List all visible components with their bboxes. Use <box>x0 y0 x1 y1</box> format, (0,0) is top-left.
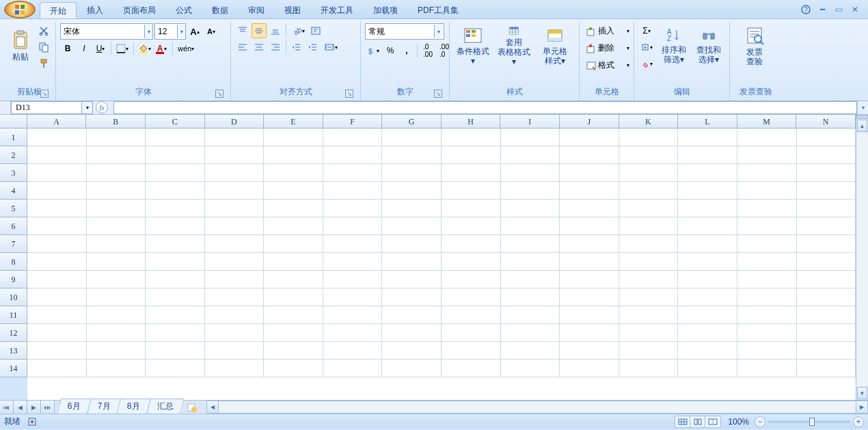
col-header-L[interactable]: L <box>678 115 737 128</box>
clear-button[interactable]: ▾ <box>638 56 655 71</box>
sheet-tab-8月[interactable]: 8月 <box>116 399 151 414</box>
sort-filter-button[interactable]: AZ 排序和筛选▾ <box>657 23 690 68</box>
sheet-tab-6月[interactable]: 6月 <box>57 399 92 414</box>
office-button[interactable] <box>4 1 36 18</box>
sheet-nav-next[interactable]: ▶ <box>27 401 41 414</box>
align-left-button[interactable] <box>235 40 250 55</box>
tab-数据[interactable]: 数据 <box>202 2 238 18</box>
row-header-10[interactable]: 10 <box>0 288 27 306</box>
italic-button[interactable]: I <box>77 41 92 56</box>
zoom-out-button[interactable]: − <box>755 416 765 427</box>
scroll-right-button[interactable]: ▶ <box>856 401 868 414</box>
number-format-dropdown[interactable]: ▾ <box>434 25 442 38</box>
horizontal-scrollbar[interactable]: ◀ ▶ <box>206 401 868 414</box>
tab-审阅[interactable]: 审阅 <box>239 2 274 18</box>
decrease-font-button[interactable]: A▾ <box>204 24 219 39</box>
row-header-6[interactable]: 6 <box>0 217 27 235</box>
tab-插入[interactable]: 插入 <box>77 2 113 18</box>
align-top-button[interactable] <box>235 23 250 38</box>
font-name-dropdown[interactable]: ▾ <box>144 25 152 38</box>
borders-button[interactable]: ▾ <box>114 41 131 56</box>
select-all-corner[interactable] <box>0 115 27 128</box>
font-launcher[interactable]: ↘ <box>215 90 223 98</box>
vertical-scrollbar[interactable]: ▲ ▼ <box>856 115 868 400</box>
align-bottom-button[interactable] <box>268 23 283 38</box>
underline-button[interactable]: U▾ <box>93 41 108 56</box>
row-header-12[interactable]: 12 <box>0 324 27 342</box>
page-break-view-button[interactable] <box>705 416 720 427</box>
font-color-button[interactable]: A▾ <box>154 41 169 56</box>
sheet-tab-汇总[interactable]: 汇总 <box>146 399 185 414</box>
name-box-dropdown[interactable]: ▾ <box>81 102 92 113</box>
cells-grid[interactable] <box>27 129 856 400</box>
font-size-input[interactable] <box>155 24 176 39</box>
copy-button[interactable] <box>36 40 51 55</box>
format-painter-button[interactable] <box>36 56 51 71</box>
scroll-down-button[interactable]: ▼ <box>857 387 867 399</box>
zoom-slider[interactable] <box>768 420 850 423</box>
number-format-input[interactable] <box>366 24 433 39</box>
clipboard-launcher[interactable]: ↘ <box>40 90 49 98</box>
sheet-nav-first[interactable]: ⏮ <box>0 401 14 414</box>
col-header-I[interactable]: I <box>500 115 560 128</box>
merge-cells-button[interactable]: ▾ <box>322 40 340 55</box>
percent-button[interactable]: % <box>383 43 398 58</box>
col-header-G[interactable]: G <box>382 115 442 128</box>
page-layout-view-button[interactable] <box>690 416 705 427</box>
row-header-11[interactable]: 11 <box>0 306 27 324</box>
delete-cells-button[interactable]: 删除▾ <box>584 40 632 56</box>
col-header-C[interactable]: C <box>146 115 205 128</box>
tab-PDF工具集[interactable]: PDF工具集 <box>408 2 468 18</box>
number-launcher[interactable]: ↘ <box>434 90 442 98</box>
tab-公式[interactable]: 公式 <box>166 2 202 18</box>
increase-font-button[interactable]: A▴ <box>187 24 202 39</box>
align-right-button[interactable] <box>268 40 283 55</box>
row-header-2[interactable]: 2 <box>0 146 27 164</box>
comma-button[interactable]: , <box>399 43 414 58</box>
bold-button[interactable]: B <box>60 41 75 56</box>
close-icon[interactable]: ✕ <box>850 5 860 14</box>
row-header-9[interactable]: 9 <box>0 271 27 288</box>
cell-styles-button[interactable]: 单元格样式▾ <box>536 23 574 68</box>
sheet-nav-last[interactable]: ⏭ <box>41 401 55 414</box>
col-header-M[interactable]: M <box>737 115 797 128</box>
invoice-check-button[interactable]: 发票查验 <box>734 23 775 68</box>
find-select-button[interactable]: 查找和选择▾ <box>693 23 726 68</box>
insert-cells-button[interactable]: 插入▾ <box>584 23 632 39</box>
align-launcher[interactable]: ↘ <box>345 90 353 98</box>
row-header-4[interactable]: 4 <box>0 182 27 200</box>
scroll-up-button[interactable]: ▲ <box>857 120 867 132</box>
tab-加载项[interactable]: 加载项 <box>364 2 407 18</box>
sheet-nav-prev[interactable]: ◀ <box>14 401 27 414</box>
tab-页面布局[interactable]: 页面布局 <box>113 2 165 18</box>
row-header-14[interactable]: 14 <box>0 360 27 377</box>
col-header-J[interactable]: J <box>560 115 619 128</box>
orientation-button[interactable]: ab▾ <box>289 23 307 38</box>
col-header-N[interactable]: N <box>796 115 856 128</box>
phonetic-button[interactable]: wén▾ <box>176 41 196 56</box>
paste-button[interactable]: 粘贴 <box>7 23 33 68</box>
row-header-13[interactable]: 13 <box>0 342 27 360</box>
col-header-A[interactable]: A <box>27 115 87 128</box>
increase-indent-button[interactable] <box>306 40 321 55</box>
zoom-level[interactable]: 100% <box>728 417 749 427</box>
wrap-text-button[interactable] <box>308 23 323 38</box>
tab-开发工具[interactable]: 开发工具 <box>311 2 363 18</box>
fill-color-button[interactable]: ▾ <box>137 41 153 56</box>
row-header-5[interactable]: 5 <box>0 200 27 217</box>
row-header-7[interactable]: 7 <box>0 235 27 253</box>
formula-input[interactable] <box>113 101 857 114</box>
normal-view-button[interactable] <box>675 416 690 427</box>
decrease-indent-button[interactable] <box>289 40 304 55</box>
col-header-H[interactable]: H <box>442 115 501 128</box>
help-icon[interactable]: ? <box>801 5 811 14</box>
tab-开始[interactable]: 开始 <box>40 2 77 18</box>
scroll-left-button[interactable]: ◀ <box>206 401 219 414</box>
col-header-K[interactable]: K <box>619 115 679 128</box>
tab-视图[interactable]: 视图 <box>275 2 310 18</box>
conditional-format-button[interactable]: 条件格式▾ <box>454 23 492 68</box>
align-middle-button[interactable] <box>252 23 267 38</box>
fx-button[interactable]: fx <box>96 101 108 113</box>
format-cells-button[interactable]: 格式▾ <box>584 57 632 73</box>
cut-button[interactable] <box>36 23 51 38</box>
